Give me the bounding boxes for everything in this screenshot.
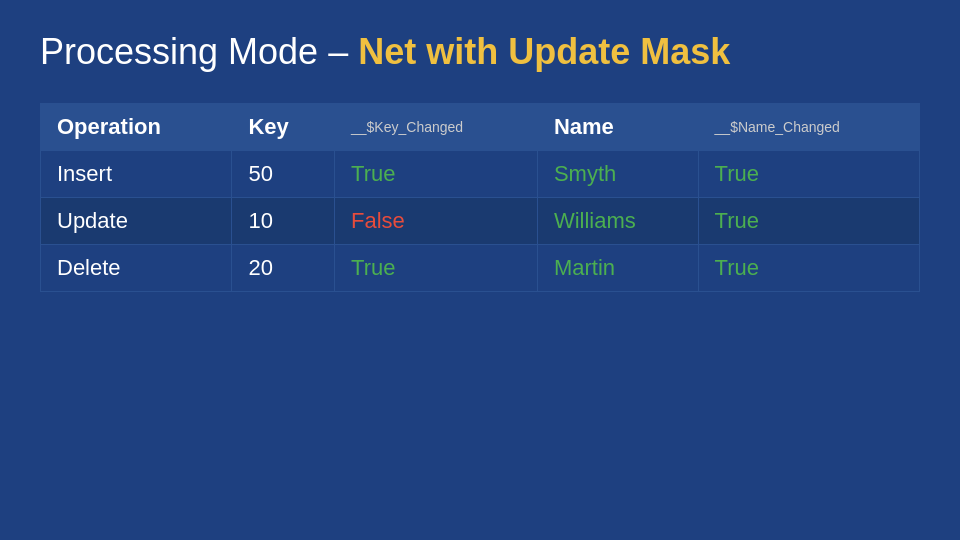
cell-key: 50 xyxy=(232,151,335,198)
cell-key-changed: False xyxy=(335,198,538,245)
title-prefix: Processing Mode – xyxy=(40,31,358,72)
table-row: Update10FalseWilliamsTrue xyxy=(41,198,920,245)
col-header-name-changed: __$Name_Changed xyxy=(698,104,919,151)
cell-operation: Insert xyxy=(41,151,232,198)
cell-name: Smyth xyxy=(537,151,698,198)
cell-operation: Delete xyxy=(41,245,232,292)
title-suffix: Net with Update Mask xyxy=(358,31,730,72)
cell-name-changed: True xyxy=(698,245,919,292)
cell-key: 10 xyxy=(232,198,335,245)
cell-name: Martin xyxy=(537,245,698,292)
cell-name: Williams xyxy=(537,198,698,245)
col-header-key: Key xyxy=(232,104,335,151)
page-title: Processing Mode – Net with Update Mask xyxy=(40,30,920,73)
table-header-row: Operation Key __$Key_Changed Name __$Nam… xyxy=(41,104,920,151)
cell-name-changed: True xyxy=(698,198,919,245)
col-header-key-changed: __$Key_Changed xyxy=(335,104,538,151)
cell-operation: Update xyxy=(41,198,232,245)
cell-key-changed: True xyxy=(335,151,538,198)
table-row: Insert50TrueSmythTrue xyxy=(41,151,920,198)
cell-key: 20 xyxy=(232,245,335,292)
cell-key-changed: True xyxy=(335,245,538,292)
page-container: Processing Mode – Net with Update Mask O… xyxy=(0,0,960,540)
cell-name-changed: True xyxy=(698,151,919,198)
col-header-name: Name xyxy=(537,104,698,151)
col-header-operation: Operation xyxy=(41,104,232,151)
table-row: Delete20TrueMartinTrue xyxy=(41,245,920,292)
data-table: Operation Key __$Key_Changed Name __$Nam… xyxy=(40,103,920,292)
